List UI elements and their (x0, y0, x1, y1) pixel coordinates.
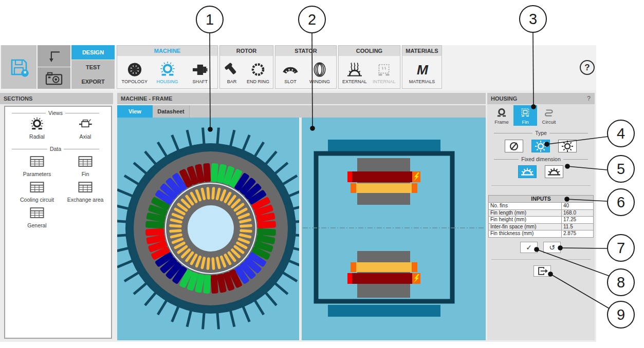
circuit-icon (542, 107, 556, 119)
fin-type-axial-button[interactable] (558, 140, 577, 152)
callout-3: 3 (519, 5, 547, 33)
camera-icon (44, 70, 64, 86)
radial-view-icon (28, 117, 46, 132)
table-row: Fin thickness (mm)2.875 (489, 230, 594, 238)
tab-design[interactable]: DESIGN (71, 45, 115, 60)
ribbon-group-stator: STATOR SLOT WINDING (275, 45, 337, 89)
help-button[interactable]: ? (580, 60, 595, 75)
group-header-stator: STATOR (275, 46, 336, 56)
section-divider (491, 185, 591, 186)
ribbon-item-cooling-internal: INTERNAL (370, 61, 398, 84)
fin-type-radial-button[interactable] (531, 140, 550, 152)
data-separator: Data (9, 146, 102, 152)
fixed-dimension-option-2-button[interactable] (545, 165, 563, 178)
sidebar-item-fin[interactable]: Fin (62, 154, 109, 177)
ribbon-item-cooling-external[interactable]: EXTERNAL (341, 61, 369, 84)
axial-view-icon (76, 117, 95, 132)
ribbon-item-materials[interactable]: M MATERIALS (405, 61, 439, 84)
sidebar-item-parameters[interactable]: Parameters (13, 154, 61, 177)
housing-panel-title: HOUSING ? (487, 93, 595, 104)
reset-button[interactable]: ↺ (543, 242, 561, 253)
radial-cross-section-view (117, 118, 299, 340)
svg-text:*: * (23, 69, 26, 78)
shaft-icon (190, 61, 210, 79)
table-icon (28, 205, 46, 221)
ribbon-group-machine: MACHINE TOPOLOGY HOUSING SHAFT (117, 45, 218, 89)
fin-height-value[interactable]: 17.25 (562, 217, 594, 224)
table-row: Inter-fin space (mm)11.5 (489, 223, 594, 230)
callout-5: 5 (607, 155, 635, 183)
views-separator: Views (9, 110, 102, 116)
tab-test[interactable]: TEST (71, 60, 115, 74)
ribbon-item-end-ring[interactable]: END RING (244, 61, 272, 84)
inputs-table: INPUTS No. fins40 Fin length (mm)168.0 F… (488, 195, 594, 238)
housing-help-button[interactable]: ? (587, 93, 591, 104)
axial-fins-icon (560, 141, 575, 152)
save-floppy-icon: * (8, 56, 30, 79)
callout-9: 9 (607, 301, 635, 328)
sidebar-item-cooling-circuit[interactable]: Cooling circuit (13, 180, 61, 203)
table-row: Fin height (mm)17.25 (489, 217, 594, 224)
ribbon-item-shaft[interactable]: SHAFT (185, 61, 215, 84)
callout-7: 7 (607, 234, 635, 262)
undo-button[interactable] (38, 45, 70, 67)
screenshot-button[interactable] (38, 67, 70, 89)
materials-icon: M (412, 61, 432, 79)
view-tabstrip: View Datasheet (117, 105, 486, 118)
apply-button[interactable]: ✓ (520, 242, 538, 253)
table-icon (28, 180, 46, 195)
export-geometry-button[interactable] (533, 265, 551, 277)
check-icon: ✓ (526, 243, 532, 252)
ribbon-item-winding[interactable]: WINDING (305, 61, 334, 84)
housing-tab-frame[interactable]: Frame (490, 105, 513, 126)
sidebar-item-general[interactable]: General (13, 205, 61, 228)
topology-icon (125, 61, 144, 79)
tab-datasheet[interactable]: Datasheet (153, 105, 190, 118)
type-separator: Type (491, 130, 591, 136)
callout-2: 2 (298, 6, 326, 33)
fin-type-none-button[interactable] (505, 140, 523, 152)
ribbon-item-bar[interactable]: BAR (220, 61, 243, 84)
internal-cooling-icon (374, 61, 394, 79)
ribbon-item-housing[interactable]: HOUSING (152, 61, 183, 84)
tab-view[interactable]: View (117, 105, 153, 118)
winding-icon (310, 61, 329, 79)
sections-panel: Views Radial Axial Data Parameters Fin (4, 106, 112, 339)
axial-cross-section-view (302, 118, 486, 340)
callout-4: 4 (607, 120, 635, 147)
inputs-table-title: INPUTS (489, 196, 594, 203)
group-header-machine: MACHINE (117, 46, 217, 56)
table-row: Fin length (mm)168.0 (489, 209, 594, 217)
sections-panel-title: SECTIONS (0, 93, 113, 104)
inter-fin-space-value[interactable]: 11.5 (562, 223, 594, 230)
table-icon (76, 154, 95, 169)
svg-text:M: M (417, 62, 429, 78)
sidebar-item-radial[interactable]: Radial (13, 117, 61, 140)
housing-panel: Frame Fin Circuit Type Fixed dimension I… (487, 104, 595, 340)
housing-tab-fin[interactable]: Fin (513, 105, 537, 126)
fin-icon (519, 107, 532, 119)
sidebar-item-axial[interactable]: Axial (62, 117, 109, 140)
ribbon-item-topology[interactable]: TOPOLOGY (119, 61, 150, 84)
external-cooling-icon (345, 61, 364, 79)
end-ring-icon (248, 61, 268, 79)
no-fins-value[interactable]: 40 (562, 203, 594, 210)
group-header-materials: MATERIALS (402, 46, 441, 56)
ribbon-item-slot[interactable]: SLOT (278, 61, 303, 84)
no-fins-icon (506, 141, 522, 152)
table-row: No. fins40 (489, 203, 594, 210)
slot-icon (281, 61, 300, 79)
fin-thickness-value[interactable]: 2.875 (562, 230, 594, 238)
rotor-bar-icon (222, 61, 242, 79)
group-header-cooling: COOLING (339, 46, 400, 56)
sidebar-item-exchange-area[interactable]: Exchange area (62, 180, 109, 203)
fixed-dimension-option-1-button[interactable] (518, 165, 537, 178)
save-button[interactable]: * (1, 45, 36, 89)
fin-comb-filled-icon (520, 166, 535, 178)
housing-tab-circuit[interactable]: Circuit (537, 105, 561, 126)
callout-1: 1 (196, 6, 224, 33)
fin-length-value[interactable]: 168.0 (562, 209, 594, 217)
fixed-dimension-separator: Fixed dimension (491, 156, 591, 162)
section-divider (491, 259, 591, 260)
tab-export[interactable]: EXPORT (71, 74, 115, 89)
